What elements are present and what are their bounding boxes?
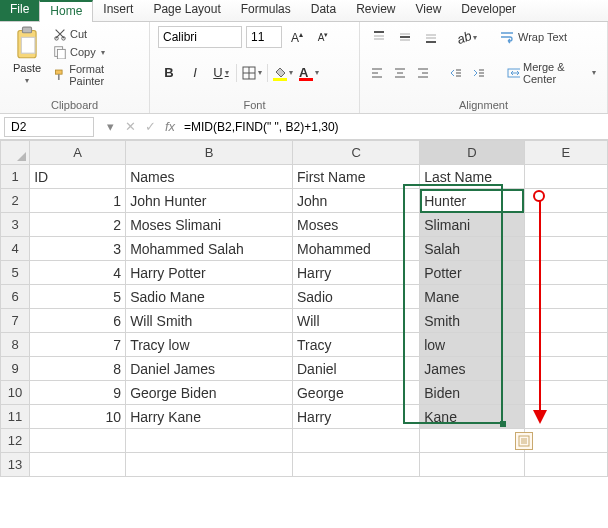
cell[interactable]: Moses xyxy=(292,213,419,237)
row-header[interactable]: 1 xyxy=(1,165,30,189)
tab-home[interactable]: Home xyxy=(39,0,93,22)
row-header[interactable]: 13 xyxy=(1,453,30,477)
cell[interactable]: 6 xyxy=(30,309,126,333)
cell[interactable]: Smith xyxy=(420,309,524,333)
worksheet-grid[interactable]: A B C D E 1 ID Names First Name Last Nam… xyxy=(0,140,608,477)
enter-formula-button[interactable]: ✓ xyxy=(140,119,160,134)
underline-button[interactable]: U xyxy=(210,62,232,84)
cell[interactable]: John xyxy=(292,189,419,213)
cell[interactable] xyxy=(524,453,608,477)
cell[interactable]: 7 xyxy=(30,333,126,357)
bold-button[interactable]: B xyxy=(158,62,180,84)
tab-insert[interactable]: Insert xyxy=(93,0,143,21)
cell[interactable] xyxy=(420,453,524,477)
align-top-button[interactable] xyxy=(368,26,390,48)
table-row[interactable]: 1110Harry KaneHarryKane xyxy=(1,405,608,429)
cell[interactable]: Will xyxy=(292,309,419,333)
table-row[interactable]: 87Tracy lowTracylow xyxy=(1,333,608,357)
cell[interactable]: Moses Slimani xyxy=(126,213,293,237)
row-header[interactable]: 5 xyxy=(1,261,30,285)
cell[interactable]: James xyxy=(420,357,524,381)
col-header-B[interactable]: B xyxy=(126,141,293,165)
cell[interactable] xyxy=(126,453,293,477)
increase-indent-button[interactable] xyxy=(469,62,488,84)
cell[interactable]: Salah xyxy=(420,237,524,261)
formula-input[interactable] xyxy=(180,118,608,136)
cancel-formula-button[interactable]: ✕ xyxy=(120,119,140,134)
cell[interactable]: George xyxy=(292,381,419,405)
fill-color-button[interactable] xyxy=(272,62,294,84)
font-color-button[interactable]: A xyxy=(298,62,320,84)
cell[interactable]: Mane xyxy=(420,285,524,309)
cell[interactable]: 5 xyxy=(30,285,126,309)
cell[interactable]: 3 xyxy=(30,237,126,261)
tab-formulas[interactable]: Formulas xyxy=(231,0,301,21)
cell[interactable]: 4 xyxy=(30,261,126,285)
table-row[interactable]: 13 xyxy=(1,453,608,477)
cell[interactable] xyxy=(292,453,419,477)
borders-button[interactable] xyxy=(241,62,263,84)
row-header[interactable]: 8 xyxy=(1,333,30,357)
cell[interactable]: Harry Potter xyxy=(126,261,293,285)
col-header-D[interactable]: D xyxy=(420,141,524,165)
col-header-A[interactable]: A xyxy=(30,141,126,165)
cell[interactable]: Slimani xyxy=(420,213,524,237)
cell[interactable]: Biden xyxy=(420,381,524,405)
font-name-select[interactable] xyxy=(158,26,242,48)
fill-handle[interactable] xyxy=(500,421,506,427)
cell[interactable]: Harry xyxy=(292,261,419,285)
cell[interactable]: Harry xyxy=(292,405,419,429)
table-row[interactable]: 21John HunterJohnHunter xyxy=(1,189,608,213)
decrease-indent-button[interactable] xyxy=(446,62,465,84)
cell[interactable]: Potter xyxy=(420,261,524,285)
cell[interactable] xyxy=(524,429,608,453)
cell[interactable]: John Hunter xyxy=(126,189,293,213)
cell[interactable]: Last Name xyxy=(420,165,524,189)
cell[interactable] xyxy=(292,429,419,453)
table-row[interactable]: 109George BidenGeorgeBiden xyxy=(1,381,608,405)
copy-button[interactable]: Copy xyxy=(50,44,141,60)
cell[interactable]: Harry Kane xyxy=(126,405,293,429)
cell[interactable]: 10 xyxy=(30,405,126,429)
format-painter-button[interactable]: Format Painter xyxy=(50,62,141,88)
cut-button[interactable]: Cut xyxy=(50,26,141,42)
row-header[interactable]: 10 xyxy=(1,381,30,405)
increase-font-button[interactable]: A▴ xyxy=(286,26,308,48)
align-middle-button[interactable] xyxy=(394,26,416,48)
cell[interactable]: 1 xyxy=(30,189,126,213)
align-right-button[interactable] xyxy=(414,62,433,84)
cell[interactable]: 9 xyxy=(30,381,126,405)
cell[interactable]: First Name xyxy=(292,165,419,189)
cell[interactable]: Sadio Mane xyxy=(126,285,293,309)
name-box[interactable] xyxy=(4,117,94,137)
cell[interactable]: Names xyxy=(126,165,293,189)
cell[interactable] xyxy=(524,237,608,261)
col-header-E[interactable]: E xyxy=(524,141,608,165)
autofill-options-button[interactable] xyxy=(515,432,533,450)
cell[interactable] xyxy=(524,165,608,189)
align-left-button[interactable] xyxy=(368,62,387,84)
tab-view[interactable]: View xyxy=(406,0,452,21)
tab-data[interactable]: Data xyxy=(301,0,346,21)
cell[interactable] xyxy=(30,453,126,477)
table-row[interactable]: 65Sadio ManeSadioMane xyxy=(1,285,608,309)
cell[interactable]: 8 xyxy=(30,357,126,381)
cell[interactable]: Mohammed xyxy=(292,237,419,261)
row-1[interactable]: 1 ID Names First Name Last Name xyxy=(1,165,608,189)
align-center-button[interactable] xyxy=(391,62,410,84)
cell[interactable]: Mohammed Salah xyxy=(126,237,293,261)
cell[interactable]: low xyxy=(420,333,524,357)
row-header[interactable]: 6 xyxy=(1,285,30,309)
paste-button[interactable]: Paste ▾ xyxy=(8,26,46,85)
italic-button[interactable]: I xyxy=(184,62,206,84)
tab-developer[interactable]: Developer xyxy=(451,0,526,21)
cell[interactable] xyxy=(524,285,608,309)
cell[interactable]: Hunter xyxy=(420,189,524,213)
cell[interactable] xyxy=(524,333,608,357)
cell[interactable] xyxy=(524,381,608,405)
table-row[interactable]: 98Daniel JamesDanielJames xyxy=(1,357,608,381)
cell[interactable]: Daniel James xyxy=(126,357,293,381)
cell[interactable] xyxy=(524,261,608,285)
cell[interactable]: Sadio xyxy=(292,285,419,309)
table-row[interactable]: 43Mohammed SalahMohammedSalah xyxy=(1,237,608,261)
